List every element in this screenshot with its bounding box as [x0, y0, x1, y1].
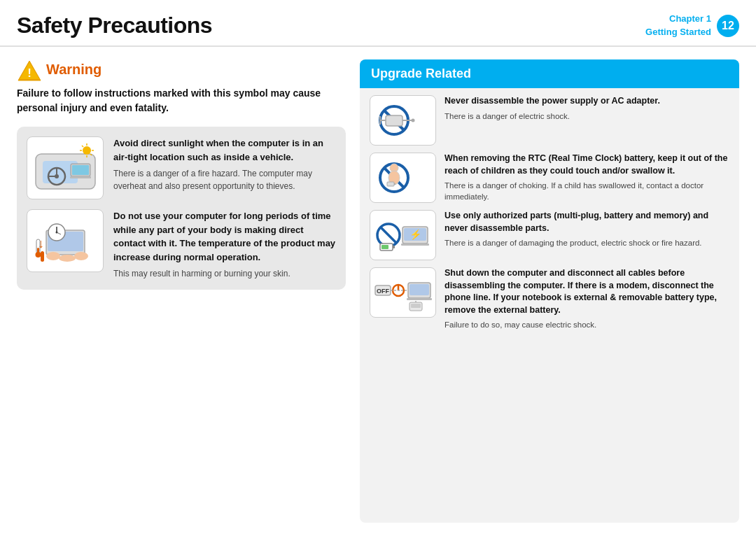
svg-point-32: [35, 252, 41, 258]
upgrade-bold-4: Shut down the computer and disconnect al…: [444, 267, 729, 316]
svg-line-17: [82, 146, 83, 147]
upgrade-desc-1: There is a danger of electric shock.: [444, 111, 729, 122]
warning-card-2: ↓ Do not use your computer for long peri…: [27, 209, 336, 280]
upgrade-item-2: When removing the RTC (Real Time Clock) …: [370, 153, 729, 203]
svg-rect-45: [394, 183, 396, 185]
upgrade-img-1: [370, 95, 436, 146]
svg-point-37: [412, 119, 415, 122]
warning-label: Warning: [46, 62, 102, 78]
svg-point-26: [59, 255, 76, 262]
svg-rect-44: [387, 182, 394, 186]
svg-rect-63: [411, 304, 421, 308]
right-column: Upgrade Related: [360, 59, 739, 523]
svg-rect-35: [386, 115, 402, 126]
upgrade-text-4: Shut down the computer and disconnect al…: [444, 267, 729, 330]
card-2-image: ↓: [27, 209, 104, 272]
svg-point-25: [46, 252, 60, 260]
upgrade-text-3: Use only authorized parts (multi-plug, b…: [444, 210, 729, 248]
upgrade-img-4: OFF: [370, 267, 436, 318]
svg-line-47: [381, 227, 396, 243]
left-column: ! Warning Failure to follow instructions…: [17, 59, 360, 523]
page-title: Safety Precautions: [17, 13, 212, 38]
upgrade-item-3: ⚡ Use only authorized parts (multi-plug,…: [370, 210, 729, 260]
upgrade-text-2: When removing the RTC (Real Time Clock) …: [444, 153, 729, 202]
svg-rect-11: [70, 176, 91, 178]
main-content: ! Warning Failure to follow instructions…: [0, 47, 756, 535]
svg-rect-10: [72, 165, 89, 175]
upgrade-items-list: Never disassemble the power supply or AC…: [360, 88, 739, 337]
chapter-badge: 12: [717, 15, 739, 37]
upgrade-desc-3: There is a danger of damaging the produc…: [444, 237, 729, 248]
svg-rect-29: [41, 251, 44, 262]
chapter-info: Chapter 1 Getting Started 12: [645, 13, 739, 38]
upgrade-bold-1: Never disassemble the power supply or AC…: [444, 95, 729, 108]
warning-card-1: Avoid direct sunlight when the computer …: [27, 136, 336, 199]
card-1-image: [27, 136, 104, 199]
svg-rect-53: [393, 246, 395, 248]
card-2-bold: Do not use your computer for long period…: [113, 209, 336, 264]
upgrade-text-1: Never disassemble the power supply or AC…: [444, 95, 729, 122]
upgrade-header: Upgrade Related: [360, 59, 739, 88]
page-header: Safety Precautions Chapter 1 Getting Sta…: [0, 0, 756, 47]
card-1-bold: Avoid direct sunlight when the computer …: [113, 136, 336, 164]
upgrade-img-3: ⚡: [370, 210, 436, 260]
upgrade-item-1: Never disassemble the power supply or AC…: [370, 95, 729, 146]
upgrade-desc-4: Failure to do so, may cause electric sho…: [444, 319, 729, 330]
card-1-text: Avoid direct sunlight when the computer …: [113, 136, 336, 192]
warning-cards: Avoid direct sunlight when the computer …: [17, 127, 346, 290]
svg-rect-50: [401, 244, 429, 246]
svg-point-27: [74, 252, 88, 260]
svg-text:!: !: [27, 66, 31, 80]
card-1-desc: There is a danger of a fire hazard. The …: [113, 167, 336, 192]
svg-rect-54: [382, 245, 388, 249]
upgrade-desc-2: There is a danger of choking. If a child…: [444, 180, 729, 202]
svg-point-12: [83, 146, 91, 155]
svg-rect-60: [410, 284, 429, 295]
card-2-desc: This may result in harming or burning yo…: [113, 267, 336, 280]
svg-rect-61: [407, 298, 432, 300]
upgrade-img-2: [370, 153, 436, 203]
card-2-text: Do not use your computer for long period…: [113, 209, 336, 280]
svg-text:⚡: ⚡: [410, 229, 422, 241]
warning-description: Failure to follow instructions marked wi…: [17, 86, 346, 115]
upgrade-item-4: OFF: [370, 267, 729, 330]
warning-header: ! Warning: [17, 59, 346, 79]
upgrade-bold-2: When removing the RTC (Real Time Clock) …: [444, 153, 729, 177]
svg-text:OFF: OFF: [377, 288, 389, 295]
upgrade-title: Upgrade Related: [371, 66, 471, 80]
upgrade-bold-3: Use only authorized parts (multi-plug, b…: [444, 210, 729, 234]
chapter-text: Chapter 1 Getting Started: [645, 13, 711, 38]
warning-triangle-icon: !: [17, 59, 39, 79]
